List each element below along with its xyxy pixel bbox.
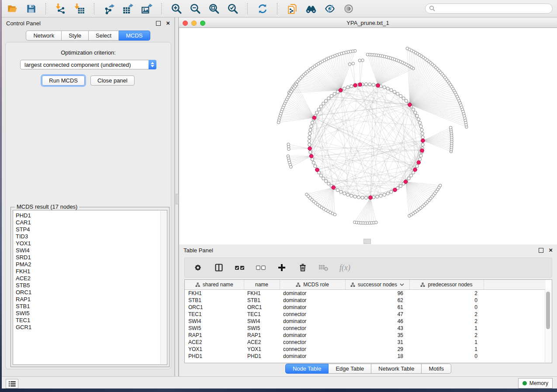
network-node[interactable] xyxy=(317,108,320,111)
network-canvas[interactable] xyxy=(179,28,557,244)
network-node[interactable] xyxy=(290,165,293,168)
table-scrollbar-thumb[interactable] xyxy=(546,292,550,329)
network-node[interactable] xyxy=(333,92,336,95)
mcds-node[interactable] xyxy=(339,88,343,92)
import-network-icon[interactable] xyxy=(55,3,67,15)
horizontal-splitter-grip[interactable] xyxy=(363,239,371,244)
tab-edge-table[interactable]: Edge Table xyxy=(329,364,371,374)
open-file-icon[interactable] xyxy=(6,3,18,15)
network-node[interactable] xyxy=(421,136,424,139)
add-column-icon[interactable] xyxy=(277,262,287,273)
network-node[interactable] xyxy=(364,196,367,199)
network-node[interactable] xyxy=(439,184,442,187)
network-node[interactable] xyxy=(410,174,413,177)
zoom-out-icon[interactable] xyxy=(189,3,201,15)
mcds-result-item[interactable]: SWI4 xyxy=(16,247,167,254)
mcds-node[interactable] xyxy=(332,186,336,189)
tab-select[interactable]: Select xyxy=(89,31,119,41)
table-row[interactable]: PHD1PHD1dominator180 xyxy=(185,353,546,360)
mcds-result-item[interactable]: STB1 xyxy=(16,303,167,310)
mcds-node[interactable] xyxy=(309,154,313,158)
network-node[interactable] xyxy=(308,132,311,135)
refresh-view-icon[interactable] xyxy=(256,3,269,15)
mcds-node[interactable] xyxy=(420,149,424,153)
network-node[interactable] xyxy=(396,92,399,95)
network-node[interactable] xyxy=(350,85,353,88)
network-node[interactable] xyxy=(449,126,452,129)
vizmapper-preview-icon[interactable] xyxy=(324,3,336,15)
table-scrollbar[interactable] xyxy=(545,289,551,362)
table-row[interactable]: SWI5SWI5connector431 xyxy=(185,325,546,332)
network-node[interactable] xyxy=(357,196,360,199)
mcds-result-item[interactable]: SRD1 xyxy=(16,254,167,261)
mcds-result-item[interactable]: GCR1 xyxy=(16,324,167,331)
mcds-result-item[interactable]: STB5 xyxy=(16,282,167,289)
network-node[interactable] xyxy=(311,121,314,124)
network-node[interactable] xyxy=(308,139,311,142)
function-builder-icon[interactable]: f(x) xyxy=(339,263,350,272)
float-panel-icon[interactable] xyxy=(156,21,161,26)
mcds-node[interactable] xyxy=(358,83,362,86)
network-node[interactable] xyxy=(361,59,364,62)
table-row[interactable]: STB1STB1dominator620 xyxy=(185,297,546,304)
network-node[interactable] xyxy=(309,128,312,131)
network-node[interactable] xyxy=(324,179,327,182)
network-node[interactable] xyxy=(343,87,346,90)
network-node[interactable] xyxy=(346,193,349,196)
network-node[interactable] xyxy=(310,125,313,128)
network-node[interactable] xyxy=(419,125,422,128)
network-node[interactable] xyxy=(336,189,339,192)
clone-network-icon[interactable] xyxy=(286,3,298,15)
mcds-result-item[interactable]: FKH1 xyxy=(16,268,167,275)
mcds-node[interactable] xyxy=(315,168,319,172)
mcds-result-item[interactable]: PMA2 xyxy=(16,261,167,268)
network-node[interactable] xyxy=(414,111,417,114)
mcds-result-list[interactable]: PHD1CAR1STP4TID3YOX1SWI4SRD1PMA2FKH1ACE2… xyxy=(13,210,167,365)
zoom-fit-icon[interactable] xyxy=(208,3,220,15)
network-node[interactable] xyxy=(379,194,382,197)
network-node[interactable] xyxy=(322,102,325,105)
network-node[interactable] xyxy=(393,90,396,93)
vertical-splitter[interactable] xyxy=(175,17,179,376)
network-node[interactable] xyxy=(419,154,422,157)
tab-motifs[interactable]: Motifs xyxy=(422,364,451,374)
network-node[interactable] xyxy=(314,165,317,168)
tab-network[interactable]: Network xyxy=(26,31,62,41)
table-settings-icon[interactable] xyxy=(193,262,203,273)
column-header-predecessor-nodes[interactable]: predecessor nodes xyxy=(409,280,484,290)
memory-button[interactable]: Memory xyxy=(518,378,553,389)
criterion-dropdown[interactable]: largest connected component (undirected) xyxy=(20,60,156,69)
tab-style[interactable]: Style xyxy=(62,31,89,41)
mcds-result-item[interactable]: ACE2 xyxy=(16,275,167,282)
network-node[interactable] xyxy=(319,105,322,108)
network-node[interactable] xyxy=(364,83,367,86)
zoom-in-icon[interactable] xyxy=(170,3,183,15)
network-node[interactable] xyxy=(415,114,419,117)
network-node[interactable] xyxy=(315,111,318,114)
network-node[interactable] xyxy=(376,195,379,198)
search-input[interactable] xyxy=(438,5,549,12)
column-header-mcds-role[interactable]: MCDS role xyxy=(280,280,345,290)
close-panel-icon[interactable]: × xyxy=(549,248,553,252)
toggle-panel-columns-icon[interactable] xyxy=(214,262,224,273)
network-node[interactable] xyxy=(343,192,346,195)
network-node[interactable] xyxy=(390,190,393,193)
mcds-result-item[interactable]: TID3 xyxy=(16,233,167,240)
table-row[interactable]: ORC1ORC1dominator610 xyxy=(185,304,546,311)
mcds-node[interactable] xyxy=(417,161,421,165)
tab-mcds[interactable]: MCDS xyxy=(119,31,150,41)
network-node[interactable] xyxy=(366,53,369,56)
network-node[interactable] xyxy=(383,86,386,89)
network-canvas-svg[interactable] xyxy=(179,28,557,244)
network-node[interactable] xyxy=(386,87,389,90)
network-node[interactable] xyxy=(308,143,311,146)
export-table-icon[interactable] xyxy=(122,3,134,15)
table-row[interactable]: SWI4SWI4dominator462 xyxy=(185,318,546,325)
run-mcds-button[interactable]: Run MCDS xyxy=(42,76,85,86)
network-node[interactable] xyxy=(421,132,424,135)
network-node[interactable] xyxy=(330,94,333,97)
network-node[interactable] xyxy=(361,196,364,199)
mcds-result-item[interactable]: TEC1 xyxy=(16,317,167,324)
close-panel-button[interactable]: Close panel xyxy=(90,76,135,86)
zoom-selected-icon[interactable] xyxy=(227,3,239,15)
